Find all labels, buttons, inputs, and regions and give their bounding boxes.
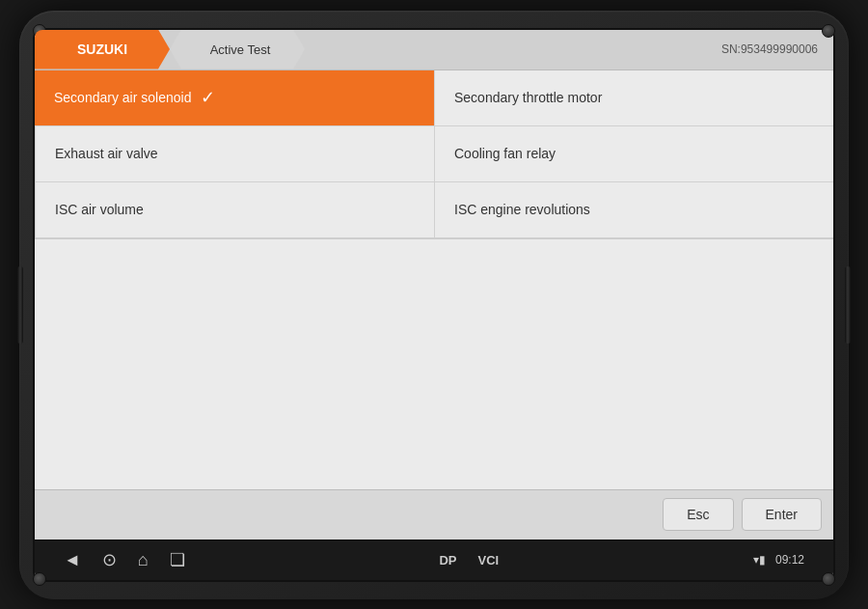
back-icon[interactable]: ◄ — [64, 550, 81, 570]
content-area: Secondary air solenoid ✓ Secondary throt… — [35, 70, 833, 489]
list-item-exhaust-air-valve[interactable]: Exhaust air valve — [35, 126, 434, 182]
clock: 09:12 — [775, 553, 804, 567]
esc-button[interactable]: Esc — [663, 498, 733, 531]
header-bar: SUZUKI Active Test SN:953499990006 — [35, 30, 833, 70]
item-label: ISC engine revolutions — [454, 202, 590, 217]
item-label: Exhaust air valve — [55, 146, 158, 161]
grip-left — [17, 266, 23, 344]
list-item-secondary-throttle-motor[interactable]: Secondary throttle motor — [434, 70, 833, 126]
status-icons: ▾▮ 09:12 — [753, 553, 804, 567]
screw-tr — [822, 24, 835, 38]
copy-icon[interactable]: ❏ — [170, 549, 185, 570]
item-label: Secondary air solenoid — [54, 90, 191, 105]
screen: SUZUKI Active Test SN:953499990006 Secon… — [33, 28, 835, 582]
tablet-device: SUZUKI Active Test SN:953499990006 Secon… — [19, 11, 849, 599]
list-item-isc-engine-revolutions[interactable]: ISC engine revolutions — [434, 182, 833, 238]
check-icon: ✓ — [201, 87, 215, 108]
screw-bl — [33, 572, 46, 586]
list-item-cooling-fan-relay[interactable]: Cooling fan relay — [434, 126, 833, 182]
empty-area — [35, 239, 833, 489]
test-list: Secondary air solenoid ✓ Secondary throt… — [35, 70, 833, 239]
dp-label: DP — [439, 553, 456, 567]
list-item-isc-air-volume[interactable]: ISC air volume — [35, 182, 434, 238]
serial-number: SN:953499990006 — [706, 30, 833, 69]
left-nav-icons: ◄ ⊙ ⌂ ❏ — [64, 549, 185, 570]
item-label: ISC air volume — [55, 202, 144, 217]
tab-suzuki[interactable]: SUZUKI — [35, 30, 170, 69]
list-item-secondary-air-solenoid[interactable]: Secondary air solenoid ✓ — [35, 70, 434, 126]
item-label: Cooling fan relay — [454, 146, 556, 161]
wifi-icon: ▾▮ — [753, 553, 766, 567]
grip-right — [845, 266, 851, 344]
item-label: Secondary throttle motor — [454, 90, 602, 105]
bottom-bar: Esc Enter — [35, 489, 833, 540]
tab-active-test[interactable]: Active Test — [170, 30, 305, 69]
home-icon[interactable]: ⌂ — [138, 550, 149, 570]
android-nav-bar: ◄ ⊙ ⌂ ❏ DP VCI ▾▮ 09:12 — [35, 540, 833, 580]
vci-label: VCI — [478, 553, 500, 567]
screw-br — [822, 572, 835, 586]
enter-button[interactable]: Enter — [742, 498, 822, 531]
center-nav-icons: DP VCI — [439, 553, 499, 567]
camera-icon[interactable]: ⊙ — [102, 549, 117, 570]
